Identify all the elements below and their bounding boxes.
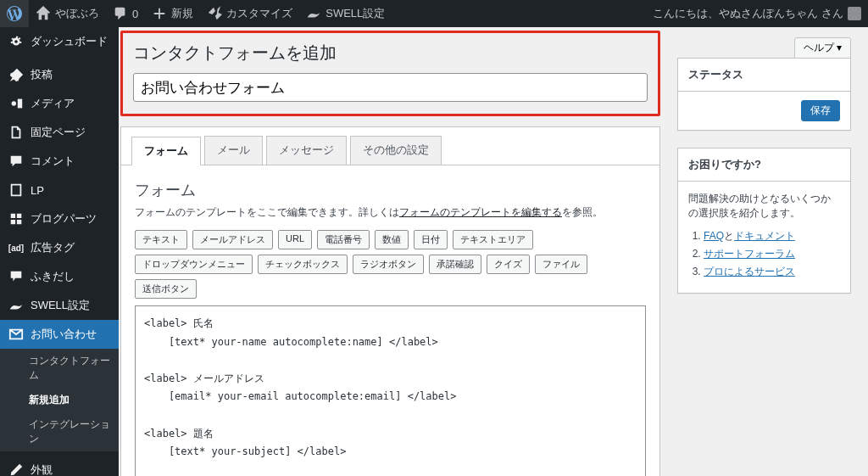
menu-blogparts-label: ブログパーツ [31, 211, 97, 227]
svg-point-0 [12, 101, 16, 105]
menu-adtag-label: 広告タグ [31, 240, 75, 255]
help-postbox: お困りですか? 問題解決の助けとなるいくつかの選択肢を紹介します。 FAQとドキ… [677, 148, 851, 294]
menu-contact-label: お問い合わせ [31, 327, 97, 342]
desc-post: を参照。 [562, 206, 603, 218]
menu-swell-label: SWELL設定 [31, 298, 90, 313]
tag-btn-2[interactable]: URL [278, 230, 312, 249]
adtag-icon: [ad] [8, 240, 24, 255]
dashboard-icon [8, 34, 24, 49]
menu-adtag[interactable]: [ad]広告タグ [0, 233, 119, 262]
new-content[interactable]: 新規 [145, 0, 200, 27]
desc-link[interactable]: フォームのテンプレートを編集する [399, 206, 562, 218]
tag-btn-12[interactable]: ファイル [535, 255, 587, 274]
comments-link[interactable]: 0 [106, 0, 145, 27]
adminbar-right: こんにちは、やぬさんぽんちゃん さん [646, 0, 868, 27]
menu-media[interactable]: メディア [0, 89, 119, 118]
doc-link[interactable]: ドキュメント [734, 230, 795, 242]
tag-btn-9[interactable]: ラジオボタン [353, 255, 424, 274]
menu-media-label: メディア [31, 96, 75, 111]
faq-link[interactable]: FAQ [704, 230, 724, 242]
tag-btn-13[interactable]: 送信ボタン [135, 279, 197, 299]
wp-logo[interactable] [0, 0, 29, 27]
tab-mail[interactable]: メール [204, 136, 263, 165]
tag-btn-8[interactable]: チェックボックス [258, 255, 348, 274]
save-row: 保存 [678, 92, 850, 130]
tag-btn-10[interactable]: 承諾確認 [429, 255, 481, 274]
panel-desc: フォームのテンプレートをここで編集できます。詳しくはフォームのテンプレートを編集… [135, 205, 646, 220]
desc-pre: フォームのテンプレートをここで編集できます。詳しくは [135, 206, 399, 218]
help-link-faq: FAQとドキュメント [704, 229, 840, 244]
pin-icon [8, 67, 24, 82]
help-link-pro: プロによるサービス [704, 265, 840, 279]
tag-btn-5[interactable]: 日付 [414, 230, 448, 249]
tag-generator-buttons: テキストメールアドレスURL電話番号数値日付テキストエリアドロップダウンメニュー… [135, 230, 646, 299]
menu-pages[interactable]: 固定ページ [0, 118, 119, 147]
tag-btn-7[interactable]: ドロップダウンメニュー [135, 255, 253, 274]
help-inside: 問題解決の助けとなるいくつかの選択肢を紹介します。 FAQとドキュメント サポー… [678, 182, 850, 293]
menu-dashboard-label: ダッシュボード [31, 34, 108, 49]
tab-messages[interactable]: メッセージ [266, 136, 347, 165]
menu-fukidashi[interactable]: ふきだし [0, 262, 119, 291]
tabs: フォーム メール メッセージ その他の設定 [121, 127, 659, 165]
save-button[interactable]: 保存 [801, 100, 840, 121]
form-template-textarea[interactable] [135, 305, 646, 476]
swell-label: SWELL設定 [326, 6, 385, 21]
menu-swell[interactable]: SWELL設定 [0, 291, 119, 320]
pro-link[interactable]: プロによるサービス [704, 266, 795, 277]
menu-fukidashi-label: ふきだし [31, 269, 75, 284]
form-title-input[interactable] [133, 73, 648, 102]
submenu-contactforms[interactable]: コンタクトフォーム [0, 349, 119, 388]
comments-icon [8, 154, 24, 169]
menu-comments[interactable]: コメント [0, 147, 119, 176]
forum-link[interactable]: サポートフォーラム [704, 248, 795, 260]
title-highlight-box: コンタクトフォームを追加 [120, 31, 660, 116]
bubble-icon [8, 269, 24, 284]
help-links-list: FAQとドキュメント サポートフォーラム プロによるサービス [688, 229, 840, 279]
tag-btn-0[interactable]: テキスト [135, 230, 187, 249]
comment-icon [113, 6, 128, 21]
status-title: ステータス [688, 59, 840, 91]
swell-settings-link[interactable]: SWELL設定 [299, 0, 392, 27]
adminbar: やぼぶろ 0 新規 カスタマイズ SWELL設定 こんにちは、やぬさんぽんちゃん… [0, 0, 868, 27]
blogparts-icon [8, 211, 24, 227]
tag-btn-3[interactable]: 電話番号 [317, 230, 370, 249]
menu-appearance[interactable]: 外観 [0, 456, 119, 476]
menu-dashboard[interactable]: ダッシュボード [0, 27, 119, 56]
help-header: お困りですか? [678, 148, 850, 182]
help-link-forum: サポートフォーラム [704, 247, 840, 261]
help-toggle[interactable]: ヘルプ ▾ [794, 37, 851, 59]
help-title: お困りですか? [688, 148, 840, 181]
menu-comments-label: コメント [31, 154, 75, 169]
site-home[interactable]: やぼぶろ [29, 0, 106, 27]
submenu-integration[interactable]: インテグレーション [0, 412, 119, 451]
lp-icon [8, 182, 24, 198]
tab-other[interactable]: その他の設定 [350, 136, 442, 165]
tab-form[interactable]: フォーム [131, 137, 201, 165]
customize-link[interactable]: カスタマイズ [200, 0, 299, 27]
site-name-label: やぼぶろ [55, 6, 99, 21]
swell-menu-icon [8, 298, 24, 313]
menu-lp-label: LP [31, 184, 44, 197]
main-column: ヘルプ ▾ コンタクトフォームを追加 フォーム メール メッセージ その他の設定… [119, 27, 677, 476]
menu-appearance-label: 外観 [31, 462, 53, 476]
tag-btn-6[interactable]: テキストエリア [453, 230, 533, 249]
submenu-addnew[interactable]: 新規追加 [0, 388, 119, 412]
panel-body: フォーム フォームのテンプレートをここで編集できます。詳しくはフォームのテンプレ… [121, 165, 659, 476]
adminmenu: ダッシュボード 投稿 メディア 固定ページ コメント LP ブログパーツ [ad… [0, 27, 119, 476]
menu-pages-label: 固定ページ [31, 125, 86, 140]
tag-btn-4[interactable]: 数値 [375, 230, 409, 249]
comment-count: 0 [132, 8, 138, 20]
sidebar-right: ステータス 保存 お困りですか? 問題解決の助けとなるいくつかの選択肢を紹介しま… [677, 27, 868, 476]
menu-blogparts[interactable]: ブログパーツ [0, 204, 119, 233]
tag-btn-11[interactable]: クイズ [487, 255, 530, 274]
menu-contact[interactable]: お問い合わせ [0, 320, 119, 349]
appearance-icon [8, 462, 24, 476]
page-title: コンタクトフォームを追加 [133, 42, 648, 64]
menu-lp[interactable]: LP [0, 176, 119, 204]
home-icon [36, 6, 51, 21]
user-greeting[interactable]: こんにちは、やぬさんぽんちゃん さん [646, 0, 868, 27]
help-tab-wrap: ヘルプ ▾ [794, 31, 868, 59]
brush-icon [207, 6, 222, 21]
tag-btn-1[interactable]: メールアドレス [192, 230, 273, 249]
menu-posts[interactable]: 投稿 [0, 60, 119, 89]
